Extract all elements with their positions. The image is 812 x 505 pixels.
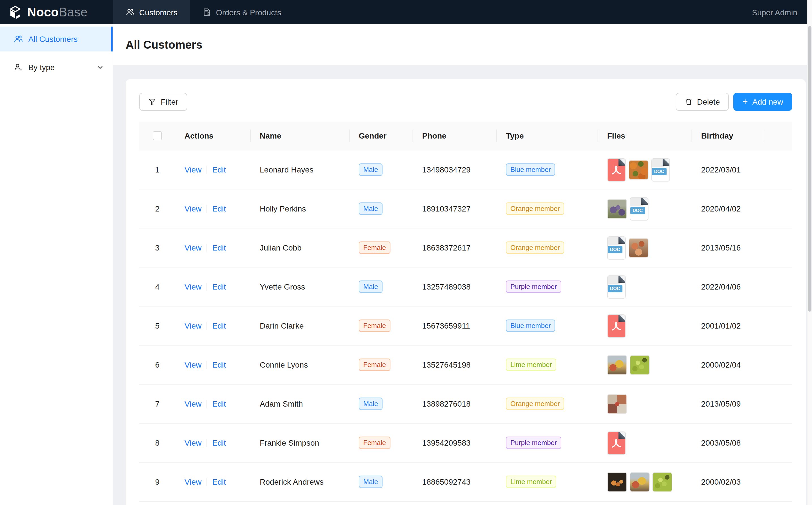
- tab-customers[interactable]: Customers: [113, 0, 190, 24]
- team-icon: [126, 8, 134, 16]
- customer-name: Darin Clarke: [260, 321, 304, 330]
- column-header-actions: Actions: [184, 131, 214, 140]
- customer-name: Frankie Simpson: [260, 438, 319, 447]
- view-link[interactable]: View: [184, 321, 201, 330]
- edit-link[interactable]: Edit: [212, 438, 226, 447]
- doc-file-icon[interactable]: DOC: [651, 158, 670, 181]
- phone-number: 13898276018: [422, 399, 470, 408]
- edit-link[interactable]: Edit: [212, 204, 226, 213]
- main-nav: Customers Orders & Products: [113, 0, 294, 24]
- filter-button[interactable]: Filter: [139, 93, 187, 111]
- file-done-icon: [202, 8, 211, 16]
- doc-badge: DOC: [608, 246, 623, 253]
- view-link[interactable]: View: [184, 282, 201, 291]
- image-thumbnail[interactable]: [629, 160, 649, 180]
- edit-link[interactable]: Edit: [212, 165, 226, 174]
- gender-badge: Female: [359, 358, 390, 371]
- add-new-button[interactable]: + Add new: [733, 93, 792, 111]
- page-title: All Customers: [126, 38, 202, 51]
- image-thumbnail[interactable]: [607, 394, 627, 414]
- birthday-value: 2022/04/06: [701, 282, 741, 291]
- member-type-badge: Lime member: [506, 476, 556, 488]
- content-body: Filter Delete + Add new ActionsNameGende…: [113, 65, 812, 505]
- doc-page-band: [608, 276, 620, 284]
- doc-page-band: [652, 159, 664, 167]
- folded-corner: [641, 197, 649, 204]
- table-header-row: ActionsNameGenderPhoneTypeFilesBirthday: [139, 122, 792, 150]
- birthday-value: 2003/05/08: [701, 438, 741, 447]
- tab-orders-products[interactable]: Orders & Products: [190, 0, 293, 24]
- column-header-gender: Gender: [359, 131, 387, 140]
- birthday-value: 2013/05/16: [701, 243, 741, 252]
- edit-link[interactable]: Edit: [212, 243, 226, 252]
- doc-file-icon[interactable]: DOC: [607, 236, 626, 259]
- table-row: 9ViewEditRoderick AndrewsMale18865092743…: [139, 463, 792, 502]
- table-row: 4ViewEditYvette GrossMale13257489038Purp…: [139, 268, 792, 307]
- delete-button[interactable]: Delete: [675, 93, 729, 111]
- view-link[interactable]: View: [184, 204, 201, 213]
- action-divider: [207, 283, 207, 291]
- delete-label: Delete: [697, 97, 720, 106]
- customer-name: Julian Cobb: [260, 243, 302, 252]
- image-thumbnail[interactable]: [607, 472, 627, 492]
- image-thumbnail[interactable]: [607, 199, 627, 218]
- column-header-name: Name: [260, 131, 281, 140]
- edit-link[interactable]: Edit: [212, 477, 226, 486]
- table-row: 2ViewEditHolly PerkinsMale18910347327Ora…: [139, 189, 792, 228]
- row-index: 1: [155, 165, 160, 174]
- birthday-value: 2013/05/09: [701, 399, 741, 408]
- view-link[interactable]: View: [184, 243, 201, 252]
- plus-icon: +: [742, 97, 748, 106]
- user-type-icon: [14, 63, 23, 72]
- nocobase-logo[interactable]: NocoBase: [0, 0, 113, 24]
- column-header-files: Files: [607, 131, 625, 140]
- view-link[interactable]: View: [184, 399, 201, 408]
- edit-link[interactable]: Edit: [212, 321, 226, 330]
- sidebar-item-by-type[interactable]: By type: [0, 55, 113, 80]
- row-index: 8: [155, 438, 160, 447]
- phone-number: 13257489038: [422, 282, 470, 291]
- row-index: 4: [155, 282, 160, 291]
- doc-badge: DOC: [652, 168, 667, 175]
- action-divider: [207, 166, 207, 174]
- phone-number: 18638372617: [422, 243, 470, 252]
- customer-name: Holly Perkins: [260, 204, 306, 213]
- pdf-file-icon[interactable]: [607, 158, 626, 181]
- add-new-label: Add new: [752, 97, 783, 106]
- user-menu[interactable]: Super Admin: [752, 0, 812, 24]
- view-link[interactable]: View: [184, 360, 201, 369]
- view-link[interactable]: View: [184, 165, 201, 174]
- image-thumbnail[interactable]: [652, 472, 672, 492]
- image-thumbnail[interactable]: [630, 472, 650, 492]
- action-divider: [207, 322, 207, 330]
- vertical-scrollbar[interactable]: [807, 0, 812, 505]
- pdf-file-icon[interactable]: [607, 431, 626, 454]
- view-link[interactable]: View: [184, 477, 201, 486]
- pdf-file-icon[interactable]: [607, 314, 626, 337]
- member-type-badge: Orange member: [506, 241, 564, 254]
- image-thumbnail[interactable]: [629, 238, 649, 258]
- row-index: 7: [155, 399, 160, 408]
- gender-badge: Male: [359, 397, 383, 410]
- edit-link[interactable]: Edit: [212, 282, 226, 291]
- birthday-value: 2001/01/02: [701, 321, 741, 330]
- customer-name: Leonard Hayes: [260, 165, 313, 174]
- nocobase-logo-icon: [8, 5, 23, 19]
- select-all-checkbox[interactable]: [153, 131, 162, 140]
- scrollbar-thumb[interactable]: [808, 26, 811, 312]
- doc-file-icon[interactable]: DOC: [607, 275, 626, 298]
- action-divider: [207, 439, 207, 447]
- action-divider: [207, 400, 207, 408]
- sidebar-item-label: By type: [28, 63, 54, 72]
- doc-file-icon[interactable]: DOC: [630, 197, 649, 220]
- image-thumbnail[interactable]: [607, 355, 627, 375]
- image-thumbnail[interactable]: [630, 355, 650, 375]
- customers-table: ActionsNameGenderPhoneTypeFilesBirthday1…: [139, 122, 792, 502]
- member-type-badge: Lime member: [506, 358, 556, 371]
- gender-badge: Male: [359, 163, 383, 176]
- view-link[interactable]: View: [184, 438, 201, 447]
- sidebar-item-all-customers[interactable]: All Customers: [0, 27, 113, 51]
- edit-link[interactable]: Edit: [212, 399, 226, 408]
- birthday-value: 2000/02/04: [701, 360, 741, 369]
- edit-link[interactable]: Edit: [212, 360, 226, 369]
